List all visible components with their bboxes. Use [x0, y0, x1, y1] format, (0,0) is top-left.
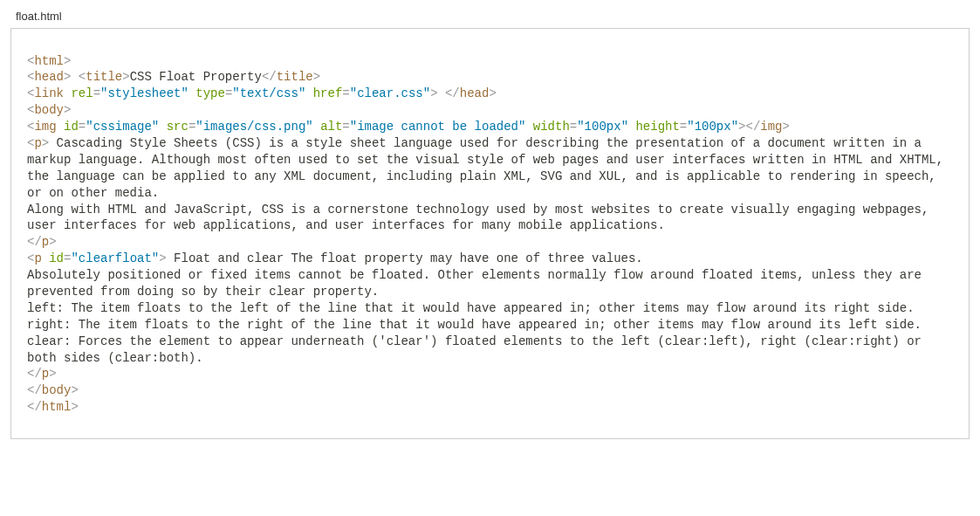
val-height: "100px"	[687, 120, 738, 134]
tag-p2-close: p	[42, 367, 49, 381]
tag-img: img	[34, 120, 56, 134]
punct: =	[342, 120, 349, 134]
para2-text: Float and clear The float property may h…	[27, 251, 929, 364]
tag-html: html	[34, 54, 64, 68]
tag-html-close: html	[42, 400, 72, 414]
punct: =	[342, 86, 349, 100]
tag-title: title	[86, 70, 122, 84]
title-text: CSS Float Property	[130, 70, 262, 84]
punct: </	[27, 383, 42, 397]
val-width: "100px"	[577, 120, 628, 134]
punct: =	[79, 120, 86, 134]
filename-label: float.html	[10, 9, 970, 24]
punct: <	[79, 70, 86, 84]
para1-text: Cascading Style Sheets (CSS) is a style …	[27, 136, 951, 232]
punct: >	[49, 235, 56, 249]
punct: </	[262, 70, 277, 84]
punct: >	[71, 400, 78, 414]
attr-width: width	[533, 120, 570, 134]
tag-body-close: body	[42, 383, 72, 397]
tag-p: p	[34, 136, 41, 150]
punct: </	[27, 235, 42, 249]
punct: </	[27, 367, 42, 381]
punct: </	[27, 400, 42, 414]
punct: >	[64, 70, 71, 84]
punct: =	[680, 120, 687, 134]
tag-head-close: head	[460, 86, 490, 100]
val-rel: "stylesheet"	[100, 86, 188, 100]
punct: >	[64, 103, 71, 117]
tag-title-close: title	[277, 70, 313, 84]
attr-id: id	[64, 120, 79, 134]
tag-img-close: img	[760, 120, 782, 134]
attr-src: src	[167, 120, 188, 134]
val-src: "images/css.png"	[195, 120, 312, 134]
punct: >	[313, 70, 320, 84]
tag-body: body	[34, 103, 64, 117]
val-type: "text/css"	[232, 86, 305, 100]
val-id: "cssimage"	[86, 120, 159, 134]
punct: >	[71, 383, 78, 397]
attr-type: type	[195, 86, 225, 100]
document-wrapper: float.html <html> <head> <title>CSS Floa…	[0, 0, 980, 457]
tag-p2: p	[34, 251, 41, 265]
punct: =	[570, 120, 577, 134]
punct: =	[93, 86, 100, 100]
attr-rel: rel	[71, 86, 93, 100]
punct: ></	[738, 120, 760, 134]
attr-height: height	[635, 120, 679, 134]
attr-href: href	[313, 86, 343, 100]
code-panel: <html> <head> <title>CSS Float Property<…	[10, 28, 970, 440]
punct: >	[783, 120, 790, 134]
punct: >	[122, 70, 129, 84]
val-alt: "image cannot be loaded"	[350, 120, 526, 134]
punct: >	[489, 86, 496, 100]
punct: >	[430, 86, 437, 100]
punct: >	[42, 136, 49, 150]
val-id2: "clearfloat"	[71, 251, 159, 265]
punct: >	[49, 367, 56, 381]
attr-alt: alt	[320, 120, 342, 134]
tag-link: link	[34, 86, 64, 100]
punct: </	[445, 86, 460, 100]
tag-head: head	[34, 70, 64, 84]
attr-id2: id	[49, 251, 64, 265]
punct: >	[64, 54, 71, 68]
val-href: "clear.css"	[350, 86, 430, 100]
punct: >	[159, 251, 166, 265]
tag-p-close: p	[42, 235, 49, 249]
